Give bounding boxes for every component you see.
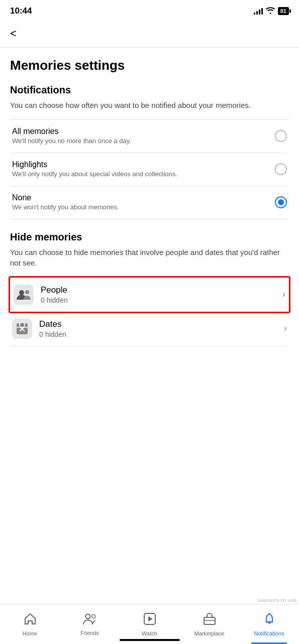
hide-people-label: People xyxy=(41,285,278,295)
radio-highlights-sublabel: We'll only notify you about special vide… xyxy=(12,170,269,179)
nav-notifications-label: Notifications xyxy=(254,630,284,636)
radio-highlights[interactable]: Highlights We'll only notify you about s… xyxy=(10,153,289,186)
watch-icon xyxy=(143,612,156,628)
page-title: Memories settings xyxy=(10,58,289,73)
people-icon xyxy=(14,285,34,305)
home-indicator xyxy=(120,639,180,641)
notifications-radio-list: All memories We'll notify you no more th… xyxy=(10,119,289,219)
watermark: GADGETS TO USE xyxy=(258,598,297,603)
notifications-description: You can choose how often you want to be … xyxy=(10,100,289,110)
nav-marketplace[interactable]: Marketplace xyxy=(179,604,239,644)
hide-memories-section: Hide memories You can choose to hide mem… xyxy=(10,231,289,346)
svg-point-9 xyxy=(91,614,95,618)
radio-all-memories[interactable]: All memories We'll notify you no more th… xyxy=(10,120,289,153)
radio-highlights-label: Highlights xyxy=(12,160,269,169)
wifi-icon xyxy=(266,7,275,16)
status-bar: 10:44 81 xyxy=(0,0,299,20)
radio-highlights-circle[interactable] xyxy=(275,163,287,175)
hide-dates-label: Dates xyxy=(39,319,280,329)
notifications-icon xyxy=(263,612,276,628)
hide-people-item[interactable]: People 0 hidden › xyxy=(9,276,290,313)
radio-all-memories-sublabel: We'll notify you no more than once a day… xyxy=(12,137,269,146)
radio-none-sublabel: We won't notify you about memories. xyxy=(12,203,269,212)
bottom-nav: Home Friends Watch xyxy=(0,604,299,644)
marketplace-icon xyxy=(203,612,216,628)
radio-none-circle[interactable] xyxy=(275,196,287,208)
status-icons: 81 xyxy=(254,7,289,16)
nav-watch[interactable]: Watch xyxy=(120,604,179,644)
notifications-section: Notifications You can choose how often y… xyxy=(10,84,289,219)
hide-people-sublabel: 0 hidden xyxy=(41,296,278,304)
back-button[interactable]: < xyxy=(10,27,17,40)
hide-memories-title: Hide memories xyxy=(10,231,289,243)
friends-icon xyxy=(83,613,97,628)
hide-dates-item[interactable]: Dates 0 hidden › xyxy=(10,312,289,346)
hide-list: People 0 hidden › xyxy=(10,277,289,346)
notifications-section-title: Notifications xyxy=(10,84,289,96)
nav-notifications[interactable]: Notifications xyxy=(239,604,299,644)
nav-home-label: Home xyxy=(23,630,37,636)
nav-watch-label: Watch xyxy=(142,630,157,636)
chevron-right-icon: › xyxy=(282,289,285,300)
back-bar: < xyxy=(0,20,299,48)
nav-home[interactable]: Home xyxy=(0,604,60,644)
svg-point-1 xyxy=(25,290,29,294)
nav-marketplace-label: Marketplace xyxy=(194,630,225,636)
radio-all-memories-label: All memories xyxy=(12,127,269,136)
hide-memories-description: You can choose to hide memories that inv… xyxy=(10,247,289,268)
radio-none-label: None xyxy=(12,193,269,202)
radio-none[interactable]: None We won't notify you about memories. xyxy=(10,186,289,219)
main-content: Memories settings Notifications You can … xyxy=(0,48,299,346)
svg-point-0 xyxy=(19,290,24,295)
battery-icon: 81 xyxy=(278,7,289,15)
dates-icon xyxy=(12,319,32,339)
nav-friends-label: Friends xyxy=(80,630,99,636)
radio-all-memories-circle[interactable] xyxy=(275,130,287,142)
status-time: 10:44 xyxy=(10,6,32,16)
home-icon xyxy=(24,612,37,628)
signal-icon xyxy=(254,8,263,15)
hide-dates-sublabel: 0 hidden xyxy=(39,330,280,338)
nav-friends[interactable]: Friends xyxy=(60,604,120,644)
svg-point-8 xyxy=(85,614,90,618)
chevron-right-icon-dates: › xyxy=(284,323,287,334)
svg-rect-11 xyxy=(204,617,215,624)
